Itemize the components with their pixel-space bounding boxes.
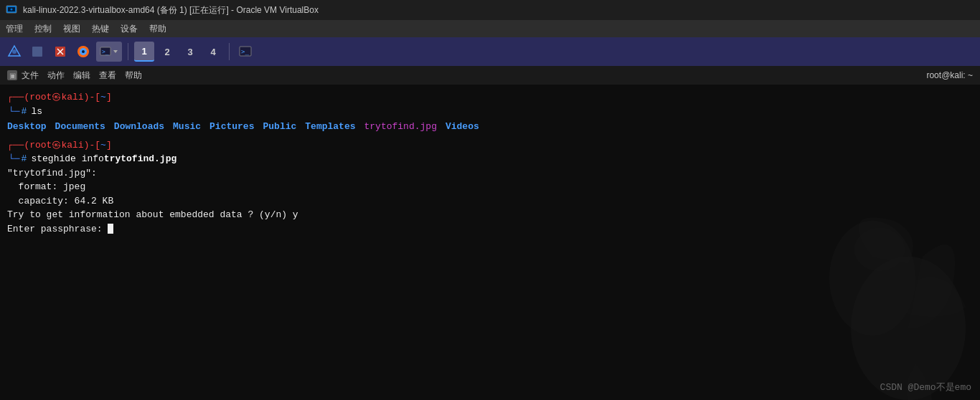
csdn-watermark: CSDN @Demo不是emo <box>880 381 971 395</box>
terminal-header: ▣ 文件 动作 编辑 查看 帮助 root@kali: ~ <box>0 66 980 85</box>
prompt-bracket-2: ┌──( <box>7 138 29 153</box>
svg-text:>_: >_ <box>241 48 249 55</box>
steghide-line-1: "trytofind.jpg": <box>7 166 973 181</box>
ls-videos: Videos <box>446 121 479 132</box>
svg-point-18 <box>829 221 915 335</box>
term-menu-view[interactable]: 查看 <box>99 70 116 82</box>
prompt-bracket-2b: )-[ <box>84 138 100 153</box>
prompt-bracket-2c: ] <box>106 138 112 153</box>
terminal-body[interactable]: ┌──(root㉿kali)-[~] └─#ls DesktopDocument… <box>0 85 980 400</box>
steghide-line-5: Enter passphrase: <box>7 222 973 237</box>
prompt-bracket-1c: ] <box>106 90 112 105</box>
steghide-output: "trytofind.jpg": format: jpeg capacity: … <box>7 166 973 237</box>
prompt-hash-2: └─ <box>9 152 20 166</box>
prompt-user-2: root <box>29 138 52 153</box>
prompt-hash-symbol-2: # <box>22 152 27 166</box>
terminal-command-2: └─# steghide info trytofind.jpg <box>7 152 973 166</box>
term-menu-action[interactable]: 动作 <box>47 70 65 82</box>
prompt-host-1: kali <box>61 90 83 105</box>
toolbar: >_ 1 2 3 4 >_ <box>0 37 980 66</box>
svg-point-11 <box>82 50 85 53</box>
ls-documents: Documents <box>55 121 105 132</box>
ls-desktop: Desktop <box>7 121 47 132</box>
menu-help[interactable]: 帮助 <box>149 23 166 35</box>
svg-point-2 <box>11 9 13 11</box>
terminal-cursor <box>108 224 113 234</box>
prompt-dir-2: ~ <box>100 138 106 153</box>
ls-trytofind: trytofind.jpg <box>364 121 437 132</box>
terminal-window-icon: ▣ <box>7 70 17 80</box>
term-menu-file[interactable]: 文件 <box>22 70 39 82</box>
term-menu-edit[interactable]: 编辑 <box>73 70 90 82</box>
ls-command: ls <box>31 105 42 119</box>
ls-public: Public <box>263 121 296 132</box>
steghide-line-4: Try to get information about embedded da… <box>7 208 973 222</box>
toolbar-separator-2 <box>229 43 230 60</box>
steghide-line-3: capacity: 64.2 KB <box>7 194 973 209</box>
ls-output: DesktopDocumentsDownloadsMusicPicturesPu… <box>7 120 973 134</box>
prompt-dir-1: ~ <box>100 90 106 105</box>
terminal-line-2: ┌──(root㉿kali)-[~] <box>7 138 973 153</box>
tab-3-button[interactable]: 3 <box>180 42 200 62</box>
blue-square-icon[interactable] <box>27 42 47 62</box>
menu-manage[interactable]: 管理 <box>6 23 23 35</box>
terminal-small-icon[interactable]: >_ <box>235 42 255 62</box>
menu-devices[interactable]: 设备 <box>121 23 138 35</box>
close-window-icon[interactable] <box>50 42 70 62</box>
vbox-icon <box>6 4 17 16</box>
prompt-user-1: root <box>29 90 52 105</box>
terminal-line-1: ┌──(root㉿kali)-[~] <box>7 90 973 105</box>
toolbar-separator-1 <box>128 43 128 60</box>
prompt-at-1: ㉿ <box>52 90 61 105</box>
steghide-command-prefix: steghide info <box>31 152 103 166</box>
terminal-command-1: └─#ls <box>7 105 973 119</box>
terminal-menubar: 文件 动作 编辑 查看 帮助 <box>22 70 142 82</box>
menu-view[interactable]: 视图 <box>63 23 80 35</box>
prompt-bracket-1: ┌──( <box>7 90 29 105</box>
tab-4-button[interactable]: 4 <box>203 42 223 62</box>
steghide-line-2: format: jpeg <box>7 180 973 194</box>
ls-downloads: Downloads <box>114 121 164 132</box>
svg-rect-5 <box>32 47 42 57</box>
ls-templates: Templates <box>305 121 355 132</box>
term-menu-help[interactable]: 帮助 <box>125 70 142 82</box>
titlebar: kali-linux-2022.3-virtualbox-amd64 (备份 1… <box>0 0 980 20</box>
terminal-container: ▣ 文件 动作 编辑 查看 帮助 root@kali: ~ <box>0 66 980 400</box>
terminal-dropdown-icon[interactable]: >_ <box>96 42 122 62</box>
prompt-at-2: ㉿ <box>52 138 61 153</box>
svg-text:>_: >_ <box>102 49 109 55</box>
svg-point-17 <box>851 257 966 400</box>
menu-hotkeys[interactable]: 热键 <box>92 23 109 35</box>
menubar: 管理 控制 视图 热键 设备 帮助 <box>0 20 980 37</box>
prompt-bracket-1b: )-[ <box>84 90 100 105</box>
titlebar-title: kali-linux-2022.3-virtualbox-amd64 (备份 1… <box>23 4 974 16</box>
menu-control[interactable]: 控制 <box>34 23 52 35</box>
kali-logo-icon[interactable] <box>4 42 24 62</box>
prompt-host-2: kali <box>61 138 83 153</box>
tab-1-button[interactable]: 1 <box>134 42 154 62</box>
svg-marker-14 <box>113 50 118 53</box>
firefox-icon[interactable] <box>73 42 93 62</box>
ls-music: Music <box>173 121 201 132</box>
tab-2-button[interactable]: 2 <box>157 42 177 62</box>
steghide-command-arg: trytofind.jpg <box>104 152 176 166</box>
terminal-title: root@kali: ~ <box>926 70 973 80</box>
prompt-hash-symbol-1: # <box>22 105 27 119</box>
ls-pictures: Pictures <box>209 121 254 132</box>
svg-point-4 <box>12 49 17 54</box>
prompt-hash-1: └─ <box>9 105 20 119</box>
terminal-header-left: ▣ 文件 动作 编辑 查看 帮助 <box>7 70 142 82</box>
